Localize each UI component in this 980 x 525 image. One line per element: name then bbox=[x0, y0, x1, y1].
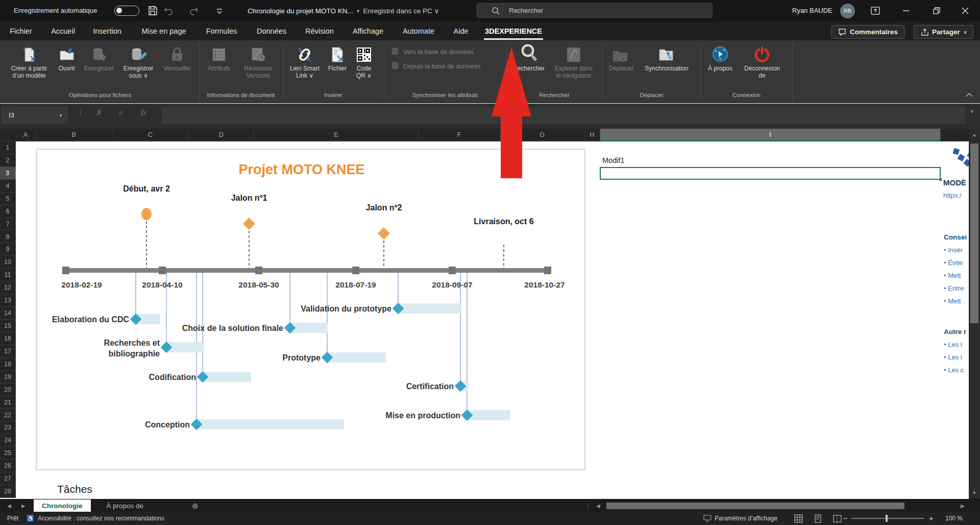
row-header-14[interactable]: 14 bbox=[0, 307, 16, 320]
ribbon-button-lien-smart-link-[interactable]: Lien Smart Link ∨ bbox=[286, 43, 324, 90]
row-header-27[interactable]: 27 bbox=[0, 472, 16, 485]
search-input[interactable]: Rechercher bbox=[477, 3, 713, 18]
column-header-a[interactable]: A bbox=[16, 129, 36, 141]
ribbon-button-d-connexion-de[interactable]: Déconnexion de bbox=[738, 43, 787, 90]
sheet-nav-right-icon[interactable]: ▶ bbox=[21, 499, 26, 512]
panel-list-item[interactable]: Mett bbox=[944, 297, 961, 305]
namebox-menu-icon[interactable]: ⋮ bbox=[77, 108, 84, 117]
vertical-scroll-thumb[interactable] bbox=[970, 144, 978, 323]
row-header-16[interactable]: 16 bbox=[0, 332, 16, 345]
selected-cell-i3[interactable] bbox=[600, 167, 941, 180]
ribbon-button--propos[interactable]: À propos bbox=[704, 43, 737, 90]
row-header-6[interactable]: 6 bbox=[0, 205, 16, 218]
panel-list-item[interactable]: Les c bbox=[944, 366, 964, 374]
row-header-13[interactable]: 13 bbox=[0, 294, 16, 307]
display-settings-label[interactable]: Paramètres d’affichage bbox=[715, 512, 777, 525]
zoom-out-icon[interactable]: − bbox=[843, 512, 848, 525]
user-name[interactable]: Ryan BAUDE bbox=[792, 7, 832, 14]
tab-r-vision[interactable]: Révision bbox=[303, 21, 336, 40]
panel-list-item[interactable]: Entre bbox=[944, 284, 964, 292]
sheet-nav-left-icon[interactable]: ◀ bbox=[7, 499, 11, 512]
page-layout-view-icon[interactable] bbox=[814, 514, 822, 523]
ribbon-button-cr-er-partir-d-un-mod-le[interactable]: Créer à partir d’un modèle bbox=[3, 43, 55, 90]
row-header-2[interactable]: 2 bbox=[0, 154, 16, 167]
row-header-11[interactable]: 11 bbox=[0, 269, 16, 281]
undo-icon[interactable] bbox=[162, 5, 175, 17]
zoom-level[interactable]: 100 % bbox=[945, 512, 963, 525]
tab-aide[interactable]: Aide bbox=[451, 21, 471, 40]
zoom-slider-thumb[interactable] bbox=[886, 515, 888, 522]
tab-fichier[interactable]: Fichier bbox=[9, 21, 33, 40]
column-header-f[interactable]: F bbox=[419, 129, 500, 141]
panel-list-item[interactable]: Les l bbox=[944, 353, 962, 361]
customize-qat-icon[interactable] bbox=[213, 5, 226, 17]
column-header-e[interactable]: E bbox=[254, 129, 419, 141]
zoom-slider[interactable] bbox=[851, 518, 924, 519]
row-header-4[interactable]: 4 bbox=[0, 180, 16, 193]
ribbon-button-code-qr-[interactable]: Code QR ∨ bbox=[351, 43, 377, 90]
tab-affichage[interactable]: Affichage bbox=[350, 21, 386, 40]
ribbon-button-enregistrer-sous-[interactable]: Enregistrer sous ∨ bbox=[119, 43, 157, 90]
tab-mise-en-page[interactable]: Mise en page bbox=[138, 21, 189, 40]
row-header-18[interactable]: 18 bbox=[0, 358, 16, 371]
row-header-5[interactable]: 5 bbox=[0, 193, 16, 205]
row-header-8[interactable]: 8 bbox=[0, 231, 16, 244]
column-header-i[interactable]: I bbox=[600, 129, 941, 141]
close-button[interactable] bbox=[953, 0, 977, 21]
new-sheet-icon[interactable]: ⊕ bbox=[192, 499, 199, 512]
tab-insertion[interactable]: Insertion bbox=[91, 21, 124, 40]
ribbon-button-synchronisation[interactable]: Synchronisation bbox=[638, 43, 695, 90]
restore-button[interactable] bbox=[925, 0, 948, 21]
row-header-9[interactable]: 9 bbox=[0, 243, 16, 256]
row-header-22[interactable]: 22 bbox=[0, 409, 16, 422]
row-header-25[interactable]: 25 bbox=[0, 447, 16, 460]
autosave-toggle[interactable] bbox=[114, 6, 139, 16]
row-header-24[interactable]: 24 bbox=[0, 434, 16, 447]
ribbon-button-rechercher[interactable]: Rechercher bbox=[509, 43, 548, 90]
tab-3dexperience[interactable]: 3DEXPERIENCE bbox=[484, 21, 543, 40]
column-header-d[interactable]: D bbox=[189, 129, 254, 141]
column-header-g[interactable]: G bbox=[500, 129, 584, 141]
tabbar-menu-icon[interactable]: ⋮ bbox=[585, 499, 592, 512]
scroll-up-icon[interactable]: ▲ bbox=[969, 129, 980, 141]
hscroll-right-icon[interactable]: ▶ bbox=[961, 499, 965, 512]
hscroll-left-icon[interactable]: ◀ bbox=[596, 499, 600, 512]
page-break-view-icon[interactable] bbox=[833, 514, 842, 523]
row-header-28[interactable]: 28 bbox=[0, 485, 16, 498]
minimize-button[interactable] bbox=[894, 0, 918, 21]
vertical-scrollbar[interactable]: ▲ ▼ bbox=[969, 129, 980, 499]
normal-view-icon[interactable] bbox=[794, 514, 803, 523]
tab-automate[interactable]: Automate bbox=[400, 21, 437, 40]
comments-button[interactable]: Commentaires bbox=[831, 25, 904, 39]
save-icon[interactable] bbox=[146, 5, 159, 17]
formula-input[interactable] bbox=[162, 107, 965, 124]
tab-donn-es[interactable]: Données bbox=[254, 21, 289, 40]
panel-list-item[interactable]: Mett bbox=[944, 272, 961, 279]
ribbon-button-fichier[interactable]: Fichier bbox=[325, 43, 350, 90]
fx-icon[interactable]: fx bbox=[141, 108, 146, 117]
horizontal-scroll-thumb[interactable] bbox=[606, 503, 904, 509]
accessibility-status[interactable]: Accessibilité : consultez nos recommanda… bbox=[38, 512, 164, 525]
row-header-15[interactable]: 15 bbox=[0, 320, 16, 332]
redo-icon[interactable] bbox=[188, 5, 200, 17]
row-header-3[interactable]: 3 bbox=[0, 167, 16, 180]
row-header-26[interactable]: 26 bbox=[0, 460, 16, 472]
ribbon-display-options-icon[interactable] bbox=[864, 0, 887, 21]
panel-link[interactable]: https:/ bbox=[943, 192, 961, 199]
panel-list-item[interactable]: Les l bbox=[944, 341, 962, 348]
tab-accueil[interactable]: Accueil bbox=[49, 21, 77, 40]
row-header-1[interactable]: 1 bbox=[0, 141, 16, 154]
column-header-b[interactable]: B bbox=[36, 129, 112, 141]
timeline-chart[interactable]: Projet MOTO KNEE2018-02-192018-04-102018… bbox=[36, 149, 585, 470]
enter-icon[interactable]: ✓ bbox=[118, 108, 125, 117]
row-header-23[interactable]: 23 bbox=[0, 421, 16, 434]
row-header-12[interactable]: 12 bbox=[0, 281, 16, 294]
expand-formula-bar-icon[interactable]: ∨ bbox=[970, 108, 974, 114]
row-header-21[interactable]: 21 bbox=[0, 396, 16, 409]
row-header-7[interactable]: 7 bbox=[0, 218, 16, 231]
panel-list-item[interactable]: Insér bbox=[944, 246, 963, 254]
row-header-17[interactable]: 17 bbox=[0, 345, 16, 358]
column-header-h[interactable]: H bbox=[584, 129, 600, 141]
zoom-in-icon[interactable]: + bbox=[929, 512, 934, 525]
collapse-ribbon-icon[interactable] bbox=[965, 91, 974, 99]
